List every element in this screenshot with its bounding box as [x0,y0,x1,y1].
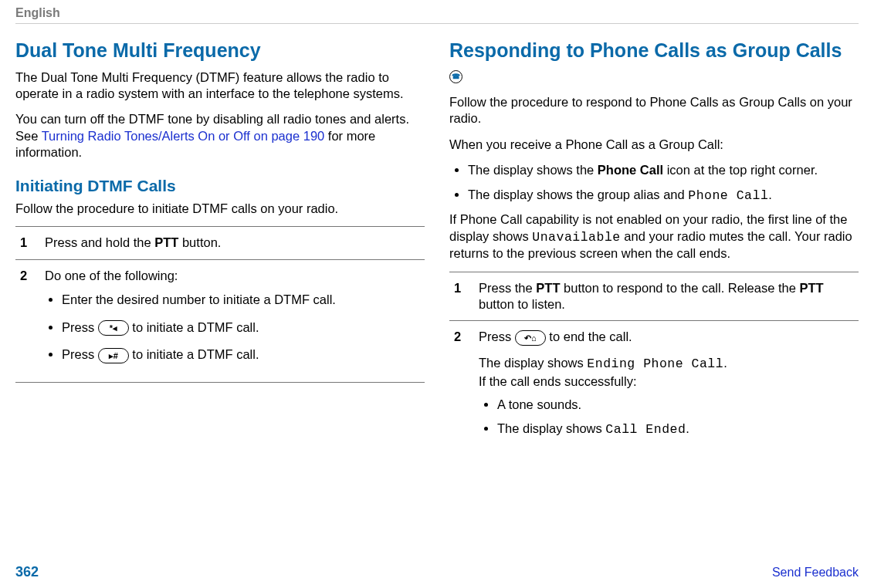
step-body: Press and hold the PTT button. [45,235,425,251]
heading-initiating-dtmf: Initiating DTMF Calls [15,175,425,196]
text-fragment: Press [62,347,98,361]
page-footer: 362 Send Feedback [15,559,859,588]
text-fragment: The display shows the group alias and [468,188,688,201]
display-text-ending: Ending Phone Call [587,357,723,371]
list-item: The display shows the group alias and Ph… [468,187,859,204]
heading-responding-group-calls: Responding to Phone Calls as Group Calls… [449,38,859,88]
list-item: Press ▸# to initiate a DTMF call. [62,346,425,363]
phone-call-label: Phone Call [598,163,663,177]
step-body: Press the PTT button to respond to the c… [479,280,859,313]
step-number: 2 [449,329,468,445]
capability-not-enabled: If Phone Call capability is not enabled … [449,211,859,262]
text-fragment: button. [178,235,221,249]
send-feedback-link[interactable]: Send Feedback [772,566,859,580]
list-item: The display shows Call Ended. [497,421,859,438]
back-home-key-icon: ↶⌂ [515,330,546,346]
dtmf-procedure-intro: Follow the procedure to initiate DTMF ca… [15,201,425,217]
text-fragment: Press and hold the [45,235,154,249]
step-row: 1 Press and hold the PTT button. [15,226,425,259]
end-call-line: Press ↶⌂ to end the call. [479,329,859,346]
text-fragment: to initiate a DTMF call. [132,347,259,361]
text-fragment: . [686,421,689,435]
text-fragment: The display shows [479,356,587,370]
text-fragment: button to listen. [479,297,565,311]
ptt-label: PTT [536,281,560,295]
text-fragment: to end the call. [549,329,632,343]
text-fragment: to initiate a DTMF call. [132,320,259,334]
page-header-language: English [15,6,859,24]
text-fragment: Press [479,329,515,343]
text-fragment: . [723,356,727,370]
text-fragment: button to respond to the call. Release t… [560,281,799,295]
responding-intro: Follow the procedure to respond to Phone… [449,94,859,127]
step-number: 1 [15,235,34,251]
step-intro: Do one of the following: [45,269,178,282]
list-item: A tone sounds. [497,397,859,413]
right-column: Responding to Phone Calls as Group Calls… [449,38,859,559]
ptt-label: PTT [800,281,824,295]
dtmf-tone-off-paragraph: You can turn off the DTMF tone by disabl… [15,111,425,161]
text-fragment: The display shows the [468,163,598,177]
step-number: 1 [449,280,468,313]
display-text-phone-call: Phone Call [688,188,768,203]
ptt-label: PTT [154,235,178,249]
link-turning-tones[interactable]: Turning Radio Tones/Alerts On or Off on … [42,129,325,143]
success-indicators-list: A tone sounds. The display shows Call En… [479,397,859,438]
text-fragment: The display shows [497,421,605,435]
heading-text: Responding to Phone Calls as Group Calls [449,39,842,61]
step-row: 1 Press the PTT button to respond to the… [449,272,859,321]
display-text-call-ended: Call Ended [605,422,686,437]
hash-key-icon: ▸# [98,348,129,363]
responding-steps: 1 Press the PTT button to respond to the… [449,272,859,454]
step-row: 2 Do one of the following: Enter the des… [15,259,425,383]
left-column: Dual Tone Multi Frequency The Dual Tone … [15,38,425,559]
ending-display-line: The display shows Ending Phone Call. [479,355,859,372]
dtmf-steps: 1 Press and hold the PTT button. 2 Do on… [15,226,425,383]
two-column-layout: Dual Tone Multi Frequency The Dual Tone … [15,38,859,559]
group-call-icon: ☎ [449,70,462,83]
if-success-line: If the call ends successfully: [479,373,859,390]
star-key-icon: *◂ [98,320,129,336]
step-number: 2 [15,268,34,374]
step-options-list: Enter the desired number to initiate a D… [45,292,425,363]
text-fragment: Press [62,320,98,334]
group-call-indicators-list: The display shows the Phone Call icon at… [449,162,859,204]
step-row: 2 Press ↶⌂ to end the call. The display … [449,320,859,453]
text-fragment: icon at the top right corner. [663,163,818,177]
page-number: 362 [15,564,39,580]
text-fragment: Press the [479,281,536,295]
heading-dtmf: Dual Tone Multi Frequency [15,38,425,63]
list-item: Press *◂ to initiate a DTMF call. [62,319,425,336]
display-text-unavailable: Unavailable [532,230,620,245]
dtmf-intro-paragraph: The Dual Tone Multi Frequency (DTMF) fea… [15,69,425,103]
list-item: Enter the desired number to initiate a D… [62,292,425,308]
step-body: Press ↶⌂ to end the call. The display sh… [479,329,859,445]
step-body: Do one of the following: Enter the desir… [45,268,425,374]
list-item: The display shows the Phone Call icon at… [468,162,859,178]
responding-when: When you receive a Phone Call as a Group… [449,137,859,153]
text-fragment: . [768,188,772,201]
